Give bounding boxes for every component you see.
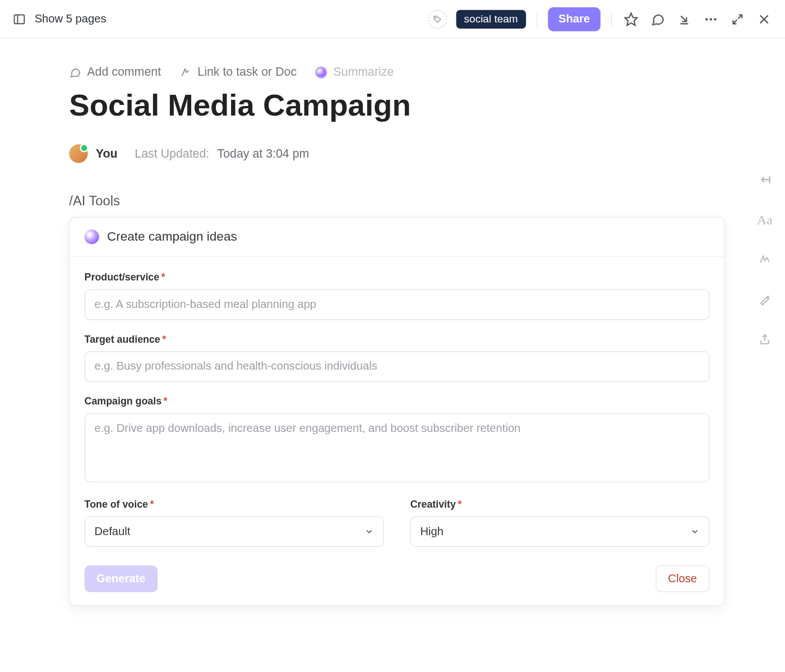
required-star: * (150, 498, 154, 509)
audience-label: Target audience* (85, 333, 710, 344)
creativity-field-group: Creativity* High (410, 498, 710, 547)
required-star: * (164, 395, 168, 406)
link-task-label: Link to task or Doc (197, 65, 297, 79)
card-footer: Generate Close (85, 565, 710, 592)
tone-label: Tone of voice* (85, 498, 384, 509)
required-star: * (458, 498, 461, 509)
tone-label-text: Tone of voice (85, 498, 148, 509)
tone-field-group: Tone of voice* Default (85, 498, 384, 547)
creativity-label: Creativity* (410, 498, 710, 509)
product-label: Product/service* (85, 271, 710, 283)
goals-textarea[interactable] (85, 413, 710, 482)
download-icon[interactable] (676, 10, 693, 27)
share-icon[interactable] (757, 332, 773, 347)
updated-time: Today at 3:04 pm (218, 147, 310, 161)
svg-point-5 (705, 18, 708, 20)
ai-tool-card: Create campaign ideas Product/service* T… (69, 217, 724, 606)
tone-select[interactable]: Default (85, 516, 384, 547)
product-label-text: Product/service (85, 271, 159, 283)
ai-card-header: Create campaign ideas (70, 218, 724, 257)
add-comment-label: Add comment (87, 65, 161, 79)
audience-input[interactable] (85, 351, 710, 382)
page-title: Social Media Campaign (69, 87, 724, 123)
updated-label: Last Updated: (135, 147, 209, 161)
show-pages-label[interactable]: Show 5 pages (35, 12, 107, 26)
ai-icon (315, 66, 327, 78)
summarize-label: Summarize (333, 65, 394, 79)
slash-command-text[interactable]: /AI Tools (69, 194, 724, 209)
product-field-group: Product/service* (85, 271, 710, 320)
topbar-left: Show 5 pages (12, 12, 106, 26)
sidebar-toggle-icon[interactable] (12, 12, 26, 26)
topbar-right: social team Share (428, 7, 773, 31)
add-comment-action[interactable]: Add comment (69, 65, 161, 79)
creativity-value: High (421, 525, 444, 538)
content: Add comment Link to task or Doc Summariz… (0, 39, 784, 619)
typography-icon[interactable]: Aa (757, 211, 773, 227)
activity-icon[interactable] (757, 251, 773, 267)
ai-icon (85, 229, 99, 244)
ai-card-title: Create campaign ideas (107, 229, 237, 244)
magic-wand-icon[interactable] (757, 291, 773, 307)
expand-icon[interactable] (729, 10, 746, 27)
svg-point-6 (710, 18, 712, 20)
link-task-action[interactable]: Link to task or Doc (179, 65, 297, 79)
topbar: Show 5 pages social team Share (0, 0, 784, 39)
creativity-select[interactable]: High (410, 516, 710, 547)
close-icon[interactable] (755, 10, 773, 27)
svg-point-7 (714, 18, 716, 20)
right-rail: Aa (757, 172, 773, 347)
tone-value: Default (94, 525, 130, 538)
svg-rect-0 (14, 15, 24, 24)
summarize-action[interactable]: Summarize (315, 65, 394, 79)
tag-icon[interactable] (428, 10, 447, 28)
close-button[interactable]: Close (655, 565, 710, 592)
creativity-label-text: Creativity (410, 498, 456, 509)
meta-row: You Last Updated: Today at 3:04 pm (69, 144, 724, 163)
chevron-down-icon (690, 527, 700, 536)
author-label: You (96, 147, 118, 161)
product-input[interactable] (85, 289, 710, 320)
goals-label: Campaign goals* (85, 395, 710, 406)
required-star: * (161, 271, 165, 283)
avatar[interactable] (69, 144, 87, 163)
team-badge[interactable]: social team (456, 10, 525, 28)
audience-field-group: Target audience* (85, 333, 710, 382)
chevron-down-icon (364, 527, 374, 536)
share-button[interactable]: Share (548, 7, 601, 31)
link-icon (179, 66, 191, 78)
goals-label-text: Campaign goals (85, 395, 161, 406)
audience-label-text: Target audience (85, 333, 160, 344)
comment-icon (69, 66, 81, 78)
star-icon[interactable] (622, 10, 640, 27)
svg-marker-3 (625, 13, 638, 25)
more-icon[interactable] (702, 10, 719, 27)
action-row: Add comment Link to task or Doc Summariz… (69, 65, 724, 79)
required-star: * (162, 333, 166, 344)
dropdown-row: Tone of voice* Default Creativity* High (85, 498, 710, 560)
indent-icon[interactable] (757, 172, 773, 187)
ai-card-body: Product/service* Target audience* Campai… (70, 257, 724, 605)
svg-point-2 (435, 17, 436, 17)
goals-field-group: Campaign goals* (85, 395, 710, 485)
comment-icon[interactable] (649, 10, 667, 27)
generate-button[interactable]: Generate (85, 565, 158, 592)
divider (537, 11, 537, 27)
divider (611, 11, 612, 27)
